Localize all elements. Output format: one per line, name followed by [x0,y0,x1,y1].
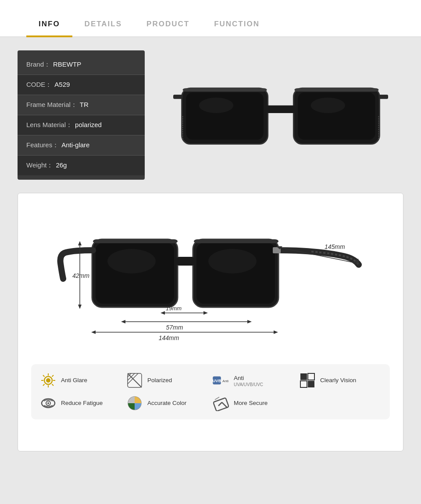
vision-icon [299,372,316,389]
svg-point-17 [107,249,156,273]
info-features: Features： Anti-glare [18,135,145,156]
svg-rect-63 [300,381,307,387]
svg-rect-22 [194,239,278,243]
svg-marker-37 [274,330,278,334]
feature-more-secure: More Secure [213,395,295,412]
svg-rect-4 [378,95,388,99]
info-lens: Lens Material： polarized [18,115,145,135]
svg-line-50 [52,384,54,386]
info-weight: Weight： 26g [18,156,145,175]
svg-rect-64 [308,381,314,387]
svg-text:144mm: 144mm [159,334,179,341]
sun-icon [40,372,57,389]
svg-point-6 [199,98,233,113]
secure-icon [213,395,229,412]
svg-line-54 [128,373,142,387]
product-image-front [158,50,403,177]
svg-text:19mm: 19mm [166,305,182,312]
feature-anti-glare: Anti Glare [40,372,122,389]
svg-rect-62 [308,373,314,380]
svg-marker-32 [161,311,165,315]
feature-accurate-color-label: Accurate Color [147,400,186,407]
navigation-bar: INFO DETAILS PRODUCT FUNCTION [0,0,421,37]
feature-anti-uv: UVB Anti Anti UVA/UVB/UVC [213,372,295,389]
svg-line-49 [43,375,45,377]
feature-anti-uv-label: Anti [234,375,244,381]
nav-details[interactable]: DETAILS [72,12,134,36]
svg-rect-12 [294,88,378,92]
fatigue-icon [40,395,57,412]
feature-polarized: Polarized [126,372,208,389]
svg-marker-25 [78,305,82,309]
feature-accurate-color: Accurate Color [126,395,208,412]
svg-rect-61 [300,373,307,380]
color-icon [126,395,143,412]
feature-more-secure-label: More Secure [234,400,268,407]
svg-marker-24 [78,241,82,245]
glasses-front-svg [173,70,388,158]
nav-info[interactable]: INFO [26,12,72,36]
polarized-icon [126,372,143,389]
info-table: Brand： RBEWTP CODE： A529 Frame Material：… [18,50,145,180]
svg-line-71 [222,402,227,408]
features-grid: Anti Glare Polarized [31,364,390,419]
info-section: Brand： RBEWTP CODE： A529 Frame Material：… [18,50,403,180]
svg-marker-33 [203,311,208,315]
feature-reduce-fatigue: Reduce Fatigue [40,395,122,412]
svg-rect-3 [173,95,183,99]
feature-empty [299,395,381,412]
svg-rect-2 [266,105,296,113]
feature-polarized-label: Polarized [147,377,172,384]
svg-text:Anti: Anti [222,379,228,383]
svg-marker-36 [91,330,96,334]
info-frame: Frame Material： TR [18,95,145,115]
feature-clearly-vision-label: Clearly Vision [320,377,356,384]
svg-point-8 [311,98,345,113]
svg-line-52 [43,384,45,386]
info-code: CODE： A529 [18,75,145,95]
svg-marker-29 [247,320,252,323]
svg-line-51 [52,375,54,377]
info-brand: Brand： RBEWTP [18,55,145,75]
svg-text:42mm: 42mm [72,272,89,279]
svg-rect-15 [176,257,195,266]
svg-text:145mm: 145mm [325,243,345,250]
feature-clearly-vision: Clearly Vision [299,372,381,389]
nav-function[interactable]: FUNCTION [202,12,272,36]
main-content: Brand： RBEWTP CODE： A529 Frame Material：… [0,37,421,504]
glasses-side-container: 42mm 57mm 19mm 144mm [31,206,390,360]
svg-marker-28 [121,320,125,323]
svg-point-44 [46,378,50,383]
nav-product[interactable]: PRODUCT [134,12,202,36]
svg-line-72 [215,397,219,400]
svg-line-70 [218,402,222,406]
glasses-side-svg: 42mm 57mm 19mm 144mm [57,213,364,353]
svg-text:57mm: 57mm [166,324,183,331]
svg-rect-11 [183,88,267,92]
uvb-icon: UVB Anti [213,372,229,389]
feature-anti-uv-sub: UVA/UVB/UVC [234,382,263,387]
svg-point-67 [47,402,49,404]
feature-reduce-fatigue-label: Reduce Fatigue [61,400,103,407]
svg-rect-69 [213,398,229,411]
svg-text:UVB: UVB [213,378,221,383]
dimensions-card: 42mm 57mm 19mm 144mm [18,193,403,451]
feature-anti-glare-label: Anti Glare [61,377,87,384]
svg-point-19 [208,249,257,273]
svg-rect-21 [93,239,178,243]
